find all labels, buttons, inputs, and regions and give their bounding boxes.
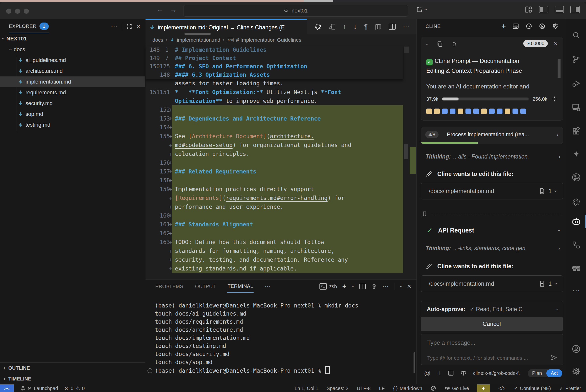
- thinking-row[interactable]: Thinking: ...-links, standards, code gen…: [426, 245, 560, 252]
- robots-duo-icon[interactable]: [566, 259, 586, 277]
- nav-back-icon[interactable]: ←: [155, 6, 166, 14]
- tree-item-sop-md[interactable]: sop.md: [0, 109, 145, 120]
- breadcrumb-symbol[interactable]: # Implementation Guidelines: [236, 37, 301, 43]
- nav-forward-icon[interactable]: →: [168, 6, 179, 14]
- terminal-output[interactable]: (base) danielkliewer@Daniels-MacBook-Pro…: [155, 302, 358, 375]
- flowchart-icon[interactable]: [566, 236, 586, 254]
- editor-more-actions-icon[interactable]: ⋯: [403, 23, 409, 30]
- cancel-button[interactable]: Cancel: [421, 317, 563, 331]
- model-selector[interactable]: cline:x-ai/grok-code-f...: [473, 370, 520, 376]
- tree-item-requirements-md[interactable]: requirements.md: [0, 87, 145, 98]
- delete-task-icon[interactable]: [451, 41, 457, 47]
- plan-act-toggle[interactable]: Plan Act: [528, 369, 562, 377]
- traffic-close-button[interactable]: [6, 8, 11, 14]
- tree-item-testing-md[interactable]: testing.md: [0, 120, 145, 130]
- mcp-servers-icon[interactable]: [512, 23, 519, 30]
- traffic-zoom-button[interactable]: [24, 8, 29, 14]
- maximize-panel-icon[interactable]: ›: [398, 286, 404, 288]
- panel-tabs-more-icon[interactable]: ⋯: [264, 283, 271, 290]
- panel-tab-terminal[interactable]: TERMINAL: [227, 280, 254, 293]
- tree-item-security-md[interactable]: security.md: [0, 98, 145, 109]
- indentation[interactable]: Spaces: 2: [326, 386, 348, 391]
- chevron-down-icon[interactable]: ›: [553, 283, 559, 285]
- prettier-item[interactable]: ✓ Prettier: [559, 386, 581, 391]
- step-card[interactable]: 4/8 Process implementation.md (rea... ›: [421, 127, 563, 144]
- settings-gear-icon[interactable]: [552, 23, 559, 30]
- command-center-search[interactable]: next01: [183, 5, 408, 17]
- panel-tab-output[interactable]: OUTPUT: [194, 280, 216, 292]
- editor-scrollbar-thumb[interactable]: [404, 144, 408, 159]
- file-change-box[interactable]: /docs/implementation.md 1 ›: [421, 183, 563, 200]
- account-icon[interactable]: [539, 23, 546, 30]
- tree-item-docs[interactable]: ›docs: [0, 44, 145, 55]
- run-debug-icon[interactable]: [566, 74, 586, 92]
- eol[interactable]: LF: [379, 386, 384, 391]
- search-view-icon[interactable]: [566, 26, 586, 44]
- code-tag-item[interactable]: </>: [498, 386, 506, 391]
- customize-layout-icon[interactable]: [525, 6, 532, 13]
- task-card-scrollbar[interactable]: [558, 59, 560, 78]
- chevron-down-icon[interactable]: ›: [556, 230, 562, 232]
- previous-change-icon[interactable]: ↑: [343, 23, 346, 30]
- remote-explorer-icon[interactable]: [566, 98, 586, 116]
- new-task-icon[interactable]: +: [501, 22, 506, 31]
- message-input[interactable]: Type a message... Type @ for context, / …: [421, 334, 563, 365]
- split-editor-icon[interactable]: [389, 24, 396, 30]
- api-request-row[interactable]: ✓ API Request ›: [426, 226, 560, 235]
- accounts-icon[interactable]: [566, 340, 586, 358]
- act-option[interactable]: Act: [546, 369, 562, 377]
- close-sidebar-icon[interactable]: ×: [137, 22, 140, 30]
- extensions-icon[interactable]: [566, 122, 586, 140]
- problems-item[interactable]: ⊗ 0 ⚠ 0: [64, 386, 85, 391]
- tree-item-architecture-md[interactable]: architecture.md: [0, 66, 145, 76]
- split-terminal-icon[interactable]: [360, 284, 366, 289]
- chevron-up-icon[interactable]: ›: [554, 308, 560, 310]
- go-live-item[interactable]: Go Live: [445, 386, 469, 391]
- next-change-icon[interactable]: ↓: [354, 23, 357, 30]
- close-panel-icon[interactable]: ×: [407, 282, 411, 290]
- command-decoration-icon[interactable]: [148, 368, 152, 373]
- explorer-more-actions-icon[interactable]: ⋯: [111, 23, 117, 30]
- toggle-panel-icon[interactable]: [555, 6, 564, 13]
- terminal-shell-label[interactable]: >_ zsh: [320, 283, 337, 290]
- breadcrumb[interactable]: docs › implementation.md › abc # Impleme…: [146, 34, 416, 46]
- timeline-section[interactable]: › TIMELINE: [0, 373, 145, 384]
- rules-scales-icon[interactable]: [460, 370, 467, 376]
- map-icon[interactable]: [375, 23, 382, 30]
- thunder-client-item[interactable]: [477, 384, 490, 392]
- layout-spark-button[interactable]: ›: [416, 6, 427, 13]
- terminal-dropdown-icon[interactable]: ›: [350, 286, 356, 288]
- cline-robot-icon[interactable]: [566, 213, 586, 230]
- toggle-primary-sidebar-icon[interactable]: [539, 6, 548, 13]
- plan-option[interactable]: Plan: [528, 369, 546, 377]
- checkpoint-row[interactable]: [422, 211, 561, 217]
- chevron-down-icon[interactable]: ›: [553, 190, 559, 192]
- close-task-icon[interactable]: ×: [554, 40, 558, 48]
- editor-scrollbar-top[interactable]: [404, 46, 409, 53]
- tab-implementation-diff[interactable]: implementation.md: Original ↔ Cline's Ch…: [146, 19, 317, 35]
- breadcrumb-file[interactable]: implementation.md: [177, 37, 220, 43]
- continue-item[interactable]: ✓ Continue (NE): [514, 386, 551, 391]
- language-mode[interactable]: { } Markdown: [393, 386, 422, 391]
- copilot-sparkle-icon[interactable]: [566, 145, 586, 163]
- openai-icon[interactable]: [314, 23, 322, 30]
- auto-approve-box[interactable]: Auto-approve: ✓ Read, Edit, Safe C ›: [421, 301, 563, 317]
- panel-tab-problems[interactable]: PROBLEMS: [155, 280, 184, 292]
- openai-view-icon[interactable]: [566, 194, 586, 211]
- add-context-icon[interactable]: +: [437, 369, 441, 377]
- file-change-box[interactable]: /docs/implementation.md 1 ›: [421, 276, 563, 292]
- diff-review-icon[interactable]: [329, 23, 336, 30]
- traffic-minimize-button[interactable]: [15, 8, 20, 14]
- tree-item-NEXT01[interactable]: ›NEXT01: [0, 33, 145, 44]
- share-graph-icon[interactable]: [566, 168, 586, 186]
- tree-item-ai_guidelines-md[interactable]: ai_guidelines.md: [0, 55, 145, 66]
- encoding[interactable]: UTF-8: [357, 386, 371, 391]
- collapse-task-icon[interactable]: ›: [424, 43, 430, 45]
- new-terminal-icon[interactable]: +: [342, 282, 347, 290]
- source-control-icon[interactable]: [566, 50, 586, 68]
- send-icon[interactable]: [550, 354, 558, 362]
- collapse-context-icon[interactable]: [551, 96, 558, 102]
- more-views-icon[interactable]: ⋯: [566, 282, 586, 300]
- whitespace-icon[interactable]: ¶: [364, 23, 368, 30]
- kill-terminal-icon[interactable]: [371, 283, 377, 290]
